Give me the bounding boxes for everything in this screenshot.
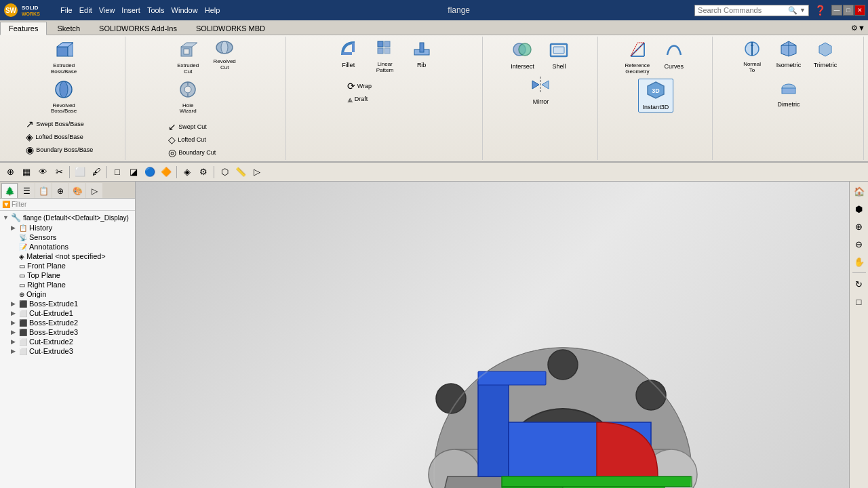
menu-file[interactable]: File xyxy=(57,5,76,16)
extruded-cut-button[interactable]: ExtrudedCut xyxy=(170,38,205,77)
left-panel: 🌲 ☰ 📋 ⊕ 🎨 ▷ 🔽 Filter ▼ 🔧 flange (Default… xyxy=(0,182,136,488)
tab-add-ins[interactable]: SOLIDWORKS Add-Ins xyxy=(90,22,186,35)
reference-geometry-button[interactable]: ReferenceGeometry xyxy=(620,38,655,77)
view-settings-button[interactable]: ◪ xyxy=(126,165,141,180)
display-manager-tab[interactable]: 🎨 xyxy=(69,183,85,198)
display-style-button[interactable]: ▦ xyxy=(19,165,34,180)
mirror-button[interactable]: Mirror xyxy=(523,73,558,107)
intersect-button[interactable]: Intersect xyxy=(505,38,540,72)
instant3d-button[interactable]: 3D Instant3D xyxy=(638,79,673,113)
revolved-cut-button[interactable]: RevolvedCut xyxy=(207,38,242,73)
ribbon: Features Sketch SOLIDWORKS Add-Ins SOLID… xyxy=(0,20,868,163)
dim-xpert-tab[interactable]: ⊕ xyxy=(52,183,68,198)
swept-cut-button[interactable]: ↙ Swept Cut xyxy=(165,121,247,133)
tab-mbd[interactable]: SOLIDWORKS MBD xyxy=(187,22,274,35)
menu-help[interactable]: Help xyxy=(201,5,224,16)
cut2-icon: ⬜ xyxy=(19,338,27,346)
minimize-button[interactable]: — xyxy=(831,5,842,16)
boss2-icon: ⬛ xyxy=(19,319,27,327)
rib-icon xyxy=(413,40,431,60)
lofted-cut-button[interactable]: ◇ Lofted Cut xyxy=(165,134,247,146)
menu-window[interactable]: Window xyxy=(168,5,201,16)
tree-item-right-plane[interactable]: ▭ Right Plane xyxy=(0,280,135,289)
tab-sketch[interactable]: Sketch xyxy=(48,22,89,35)
tree-item-boss-extrude1[interactable]: ▶ ⬛ Boss-Extrude1 xyxy=(0,299,135,308)
curves-button[interactable]: Curves xyxy=(656,38,692,77)
hide-show-button[interactable]: 👁 xyxy=(35,165,50,180)
swept-boss-button[interactable]: ↗ Swept Boss/Base xyxy=(23,118,104,130)
tree-item-material[interactable]: ◈ Material <not specified> xyxy=(0,251,135,261)
mirror-icon xyxy=(531,75,550,97)
view-sketch-button[interactable]: ⬜ xyxy=(73,165,87,180)
3d-sketch-button[interactable]: ⬡ xyxy=(217,165,232,180)
draft-button[interactable]: ⟁ Draft xyxy=(344,93,426,105)
lofted-cut-icon: ◇ xyxy=(168,135,176,144)
tab-features[interactable]: Features xyxy=(0,22,47,35)
extruded-boss-icon xyxy=(54,40,73,62)
tree-item-history[interactable]: ▶ 📋 History xyxy=(0,223,135,232)
viewport[interactable] xyxy=(136,182,849,488)
lofted-boss-button[interactable]: ◈ Lofted Boss/Base xyxy=(23,131,104,143)
tree-item-origin[interactable]: ⊕ Origin xyxy=(0,289,135,299)
display-more[interactable]: ▷ xyxy=(250,165,264,180)
hole-wizard-label: HoleWizard xyxy=(180,103,197,115)
normal-to-button[interactable]: NormalTo xyxy=(734,38,770,76)
ribbon-tab-bar: Features Sketch SOLIDWORKS Add-Ins SOLID… xyxy=(0,20,868,35)
wrap-button[interactable]: ⟳ Wrap xyxy=(344,80,426,92)
tree-item-boss-extrude3[interactable]: ▶ ⬛ Boss-Extrude3 xyxy=(0,327,135,337)
front-plane-label: Front Plane xyxy=(27,262,66,270)
menu-view[interactable]: View xyxy=(96,5,119,16)
separator-1 xyxy=(69,166,70,178)
hole-wizard-button[interactable]: HoleWizard xyxy=(170,78,205,117)
trimetric-button[interactable]: Trimetric xyxy=(808,38,843,76)
section-view-button[interactable]: □ xyxy=(110,165,125,180)
menu-tools[interactable]: Tools xyxy=(144,5,168,16)
boundary-boss-button[interactable]: ◉ Boundary Boss/Base xyxy=(23,144,104,156)
dimetric-button[interactable]: Dimetric xyxy=(771,77,806,110)
search-options-icon[interactable]: ▼ xyxy=(800,7,806,14)
menu-edit[interactable]: Edit xyxy=(76,5,96,16)
tree-item-boss-extrude2[interactable]: ▶ ⬛ Boss-Extrude2 xyxy=(0,318,135,327)
search-input[interactable] xyxy=(698,6,786,14)
tree-item-annotations[interactable]: 📝 Annotations xyxy=(0,242,135,251)
view-orientation-button[interactable]: ⊕ xyxy=(3,165,18,180)
rib-button[interactable]: Rib xyxy=(404,38,439,76)
tree-item-sensors[interactable]: 📡 Sensors xyxy=(0,232,135,242)
more-tab[interactable]: ▷ xyxy=(86,183,102,198)
help-icon[interactable]: ❓ xyxy=(814,5,826,16)
shell-button[interactable]: Shell xyxy=(541,38,576,72)
tree-item-cut-extrude2[interactable]: ▶ ⬜ Cut-Extrude2 xyxy=(0,337,135,346)
tree-item-front-plane[interactable]: ▭ Front Plane xyxy=(0,261,135,270)
restore-button[interactable]: □ xyxy=(843,5,854,16)
menu-insert[interactable]: Insert xyxy=(118,5,144,16)
view-setting2[interactable]: ⚙ xyxy=(196,165,211,180)
linear-pattern-button[interactable]: LinearPattern xyxy=(368,38,403,76)
config-manager-tab[interactable]: 📋 xyxy=(35,183,52,198)
realview-button[interactable]: 🔵 xyxy=(142,165,157,180)
linear-pattern-label: LinearPattern xyxy=(376,62,394,74)
apply-scene-button[interactable]: ◈ xyxy=(180,165,195,180)
extruded-boss-button[interactable]: ExtrudedBoss/Base xyxy=(46,38,81,77)
edit-appearance-button[interactable]: ✂ xyxy=(52,165,66,180)
property-manager-tab[interactable]: ☰ xyxy=(18,183,35,198)
revolved-boss-icon xyxy=(54,80,73,102)
dimetric-label: Dimetric xyxy=(778,101,800,108)
fillet-button[interactable]: Fillet xyxy=(331,38,366,76)
ribbon-group-views: NormalTo Isometric xyxy=(714,37,864,160)
tree-item-cut-extrude1[interactable]: ▶ ⬜ Cut-Extrude1 xyxy=(0,308,135,318)
feature-tree-tab[interactable]: 🌲 xyxy=(1,183,18,198)
sensors-expander xyxy=(11,234,19,241)
measure-button[interactable]: 📏 xyxy=(233,165,248,180)
revolved-boss-button[interactable]: RevolvedBoss/Base xyxy=(46,78,81,117)
document-title: flange xyxy=(223,5,694,15)
view-annotations-button[interactable]: 🖋 xyxy=(89,165,104,180)
isometric-button[interactable]: Isometric xyxy=(771,38,806,76)
tree-root-item[interactable]: ▼ 🔧 flange (Default<<Default>_Display) xyxy=(0,212,135,223)
instant3d-label: Instant3D xyxy=(643,104,669,110)
boundary-cut-button[interactable]: ◎ Boundary Cut xyxy=(165,146,247,159)
revolved-boss-label: RevolvedBoss/Base xyxy=(51,103,77,115)
tree-item-cut-extrude3[interactable]: ▶ ⬜ Cut-Extrude3 xyxy=(0,346,135,356)
tree-item-top-plane[interactable]: ▭ Top Plane xyxy=(0,270,135,280)
sensors-label: Sensors xyxy=(29,233,56,241)
display-manager-button[interactable]: 🔶 xyxy=(159,165,174,180)
